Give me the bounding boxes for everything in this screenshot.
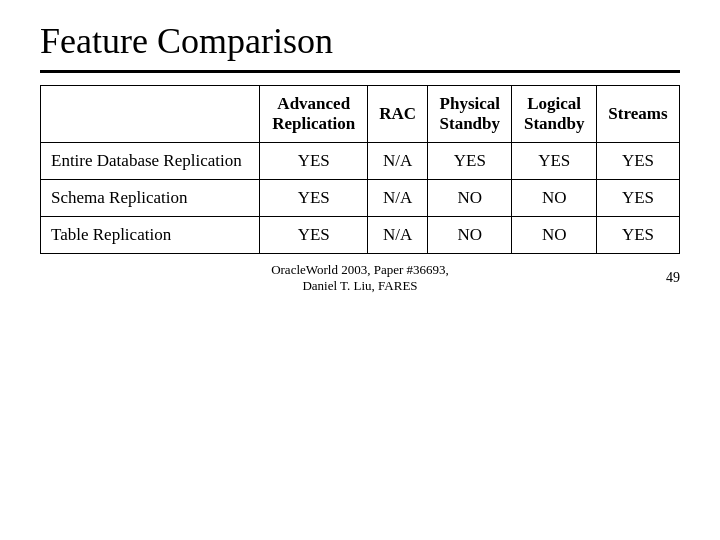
table-cell: YES [260, 217, 368, 254]
table-cell: N/A [368, 180, 428, 217]
table-row: Entire Database ReplicationYESN/AYESYESY… [41, 143, 680, 180]
row-label: Entire Database Replication [41, 143, 260, 180]
table-cell: YES [260, 143, 368, 180]
footer-text: OracleWorld 2003, Paper #36693,Daniel T.… [271, 262, 449, 294]
table-cell: NO [512, 180, 596, 217]
footer: OracleWorld 2003, Paper #36693,Daniel T.… [40, 262, 680, 294]
row-label: Schema Replication [41, 180, 260, 217]
col-header-logical-standby: LogicalStandby [512, 86, 596, 143]
comparison-table: AdvancedReplication RAC PhysicalStandby … [40, 85, 680, 254]
table-cell: YES [428, 143, 512, 180]
col-header-rac: RAC [368, 86, 428, 143]
table-row: Schema ReplicationYESN/ANONOYES [41, 180, 680, 217]
table-cell: YES [596, 180, 679, 217]
table-cell: N/A [368, 217, 428, 254]
col-header-empty [41, 86, 260, 143]
table-cell: N/A [368, 143, 428, 180]
table-cell: YES [260, 180, 368, 217]
table-cell: NO [512, 217, 596, 254]
table-cell: YES [512, 143, 596, 180]
page-title: Feature Comparison [40, 20, 680, 62]
footer-page: 49 [666, 270, 680, 286]
table-cell: NO [428, 180, 512, 217]
table-cell: YES [596, 143, 679, 180]
title-divider [40, 70, 680, 73]
row-label: Table Replication [41, 217, 260, 254]
col-header-streams: Streams [596, 86, 679, 143]
table-cell: NO [428, 217, 512, 254]
table-row: Table ReplicationYESN/ANONOYES [41, 217, 680, 254]
col-header-advanced-replication: AdvancedReplication [260, 86, 368, 143]
col-header-physical-standby: PhysicalStandby [428, 86, 512, 143]
table-cell: YES [596, 217, 679, 254]
